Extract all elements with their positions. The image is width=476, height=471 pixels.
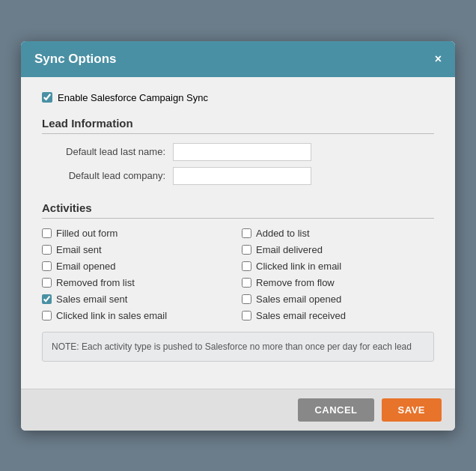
lead-company-label: Default lead company: [42, 170, 165, 181]
activity-checkbox[interactable] [42, 311, 52, 320]
lead-lastname-label: Default lead last name: [42, 146, 165, 157]
activities-grid: Filled out formAdded to listEmail sentEm… [42, 228, 434, 321]
list-item: Removed from list [42, 277, 234, 288]
activity-label: Removed from list [56, 277, 135, 288]
activity-checkbox[interactable] [42, 245, 52, 255]
cancel-button[interactable]: CANCEL [298, 398, 373, 422]
activity-label: Email opened [56, 261, 116, 272]
activity-checkbox[interactable] [42, 261, 52, 271]
note-box: NOTE: Each activity type is pushed to Sa… [42, 332, 434, 362]
modal-footer: CANCEL SAVE [21, 389, 455, 431]
activity-label: Clicked link in sales email [56, 310, 167, 321]
list-item: Added to list [242, 228, 434, 239]
activity-checkbox[interactable] [42, 294, 52, 304]
lead-company-row: Default lead company: [42, 167, 434, 185]
lead-lastname-row: Default lead last name: [42, 143, 434, 161]
list-item: Email opened [42, 261, 234, 272]
activity-checkbox[interactable] [242, 245, 251, 255]
enable-sync-label: Enable Salesforce Campaign Sync [58, 92, 208, 103]
activity-label: Filled out form [56, 228, 118, 239]
activity-label: Email delivered [256, 244, 323, 255]
list-item: Clicked link in sales email [42, 310, 234, 321]
enable-sync-row: Enable Salesforce Campaign Sync [42, 92, 434, 103]
activity-label: Sales email opened [256, 294, 341, 305]
list-item: Sales email received [242, 310, 434, 321]
activity-checkbox[interactable] [42, 278, 52, 288]
activity-label: Email sent [56, 244, 102, 255]
lead-company-input[interactable] [173, 167, 311, 185]
list-item: Email delivered [242, 244, 434, 255]
activity-checkbox[interactable] [242, 278, 251, 288]
sync-options-modal: Sync Options × Enable Salesforce Campaig… [21, 41, 455, 431]
activity-checkbox[interactable] [242, 311, 251, 320]
activity-label: Clicked link in email [256, 261, 341, 272]
list-item: Filled out form [42, 228, 234, 239]
modal-title: Sync Options [34, 52, 117, 67]
activity-checkbox[interactable] [242, 228, 251, 238]
close-button[interactable]: × [435, 53, 442, 65]
activity-checkbox[interactable] [42, 228, 52, 238]
activity-label: Sales email sent [56, 294, 127, 305]
activities-title: Activities [42, 201, 434, 219]
list-item: Sales email opened [242, 294, 434, 305]
activity-label: Remove from flow [256, 277, 335, 288]
modal-header: Sync Options × [21, 41, 455, 77]
activity-checkbox[interactable] [242, 294, 251, 304]
save-button[interactable]: SAVE [382, 398, 442, 422]
enable-sync-checkbox[interactable] [42, 92, 52, 103]
list-item: Sales email sent [42, 294, 234, 305]
lead-info-title: Lead Information [42, 117, 434, 134]
activity-checkbox[interactable] [242, 261, 251, 271]
lead-info-section: Lead Information Default lead last name:… [42, 117, 434, 185]
activity-label: Added to list [256, 228, 310, 239]
list-item: Remove from flow [242, 277, 434, 288]
list-item: Email sent [42, 244, 234, 255]
modal-body: Enable Salesforce Campaign Sync Lead Inf… [21, 77, 455, 389]
activities-section: Activities Filled out formAdded to listE… [42, 201, 434, 362]
activity-label: Sales email received [256, 310, 346, 321]
list-item: Clicked link in email [242, 261, 434, 272]
lead-lastname-input[interactable] [173, 143, 311, 161]
